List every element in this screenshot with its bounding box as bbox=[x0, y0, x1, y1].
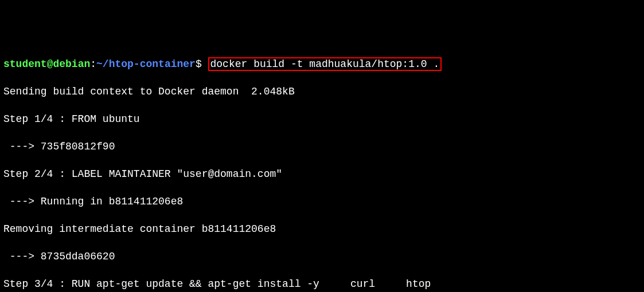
command-highlight-box: docker build -t madhuakula/htop:1.0 . bbox=[208, 57, 442, 71]
output-line: ---> 735f80812f90 bbox=[3, 140, 641, 153]
prompt-host: debian bbox=[53, 58, 90, 70]
command-text[interactable]: docker build -t madhuakula/htop:1.0 . bbox=[210, 58, 440, 70]
prompt-at: @ bbox=[47, 58, 53, 70]
prompt-user: student bbox=[3, 58, 47, 70]
prompt-colon: : bbox=[90, 58, 96, 70]
output-line: Step 1/4 : FROM ubuntu bbox=[3, 112, 641, 126]
prompt-dollar: $ bbox=[196, 58, 202, 70]
output-line: Step 2/4 : LABEL MAINTAINER "user@domain… bbox=[3, 167, 641, 181]
output-line: Sending build context to Docker daemon 2… bbox=[3, 85, 641, 98]
prompt-path: ~/htop-container bbox=[96, 58, 196, 70]
output-line: ---> 8735dda06620 bbox=[3, 250, 641, 263]
output-line: ---> Running in b811411206e8 bbox=[3, 195, 641, 208]
output-line: Step 3/4 : RUN apt-get update && apt-get… bbox=[3, 277, 641, 291]
terminal-prompt-line: student@debian:~/htop-container$ docker … bbox=[3, 57, 641, 71]
output-line: Removing intermediate container b8114112… bbox=[3, 222, 641, 236]
